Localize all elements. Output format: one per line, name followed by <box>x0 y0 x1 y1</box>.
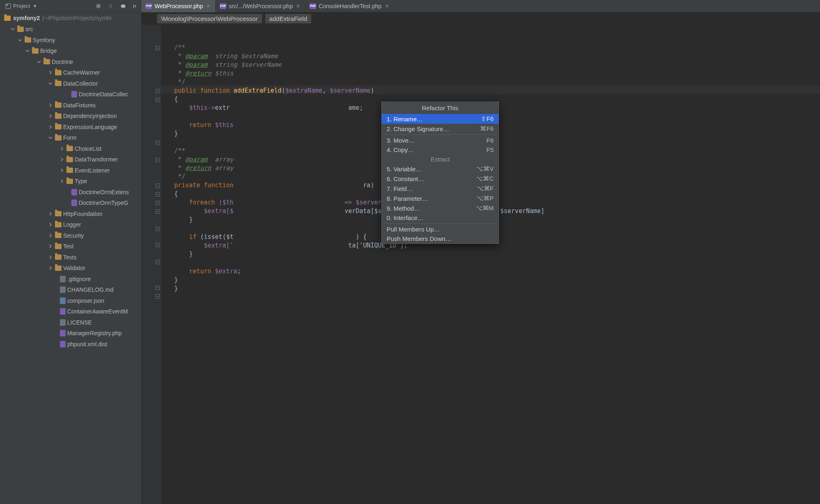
tree-folder[interactable]: Security <box>0 230 141 241</box>
chevron-right-icon[interactable] <box>48 211 53 217</box>
tree-folder[interactable]: Type <box>0 176 141 187</box>
popup-item-label: 8. Parameter… <box>387 195 428 202</box>
tree-folder[interactable]: Symfony <box>0 35 141 46</box>
chevron-right-icon[interactable] <box>48 233 53 238</box>
chevron-right-icon[interactable] <box>59 157 65 162</box>
chevron-right-icon[interactable] <box>48 70 53 75</box>
tab-consolehandlertest[interactable]: PHP ConsoleHandlerTest.php ✕ <box>305 0 394 12</box>
tree-file[interactable]: DoctrineOrmExtens <box>0 187 141 198</box>
locate-icon[interactable] <box>92 2 105 11</box>
chevron-down-icon[interactable] <box>10 26 16 32</box>
chevron-down-icon[interactable] <box>48 81 53 86</box>
popup-item[interactable]: 0. Interface… <box>382 213 499 222</box>
popup-item-label: 7. Field… <box>387 185 413 192</box>
chevron-down-icon[interactable] <box>48 135 53 141</box>
chevron-right-icon[interactable] <box>59 178 65 184</box>
tree-folder[interactable]: DependencyInjection <box>0 111 141 122</box>
code-area[interactable]: /** * @param string $extraName * @param … <box>161 25 820 504</box>
project-sidebar[interactable]: symfony2 (~/PhpstormProjects/symfo srcSy… <box>0 12 141 504</box>
chevron-right-icon[interactable] <box>59 146 65 152</box>
close-icon[interactable]: ✕ <box>295 3 301 9</box>
popup-title: Refactor This <box>382 102 499 114</box>
popup-item[interactable]: 9. Method…⌥⌘M <box>382 203 499 213</box>
tree-folder[interactable]: Logger <box>0 219 141 230</box>
tree-label: .gitignore <box>67 274 91 285</box>
folder-icon <box>55 244 61 249</box>
popup-item[interactable]: 6. Constant…⌥⌘C <box>382 174 499 184</box>
popup-item[interactable]: Pull Members Up… <box>382 225 499 234</box>
project-tool-button[interactable]: Project ▾ <box>2 1 41 11</box>
chevron-right-icon[interactable] <box>48 102 53 108</box>
popup-item-shortcut: ⌥⌘M <box>476 204 494 212</box>
popup-item[interactable]: Push Members Down… <box>382 234 499 243</box>
chevron-down-icon[interactable] <box>36 59 42 65</box>
tree-folder[interactable]: ChoiceList <box>0 143 141 154</box>
tree-folder[interactable]: DataFixtures <box>0 100 141 111</box>
folder-icon <box>25 37 31 43</box>
tree-file[interactable]: DoctrineDataCollec <box>0 89 141 100</box>
tree-file[interactable]: composer.json <box>0 295 141 306</box>
project-root[interactable]: symfony2 (~/PhpstormProjects/symfo <box>0 12 141 24</box>
popup-item[interactable]: 2. Change Signature…⌘F6 <box>382 124 499 134</box>
gutter <box>141 25 161 504</box>
tree-folder[interactable]: src <box>0 24 141 35</box>
tree-file[interactable]: ManagerRegistry.php <box>0 328 141 339</box>
top-toolbar: Project ▾ PHP WebProcessor.php ✕ PHP src… <box>0 0 820 12</box>
tree-label: CacheWarmer <box>63 67 100 78</box>
chevron-right-icon[interactable] <box>48 124 53 130</box>
tree-label: ManagerRegistry.php <box>67 328 122 339</box>
tree-folder[interactable]: CacheWarmer <box>0 67 141 78</box>
popup-item[interactable]: 8. Parameter…⌥⌘P <box>382 193 499 203</box>
tab-src-webprocessor[interactable]: PHP src/.../WebProcessor.php ✕ <box>216 0 305 12</box>
tree-folder[interactable]: ExpressionLanguage <box>0 122 141 133</box>
tree-label: Form <box>63 132 77 143</box>
hide-icon[interactable] <box>129 2 141 11</box>
popup-item[interactable]: 7. Field…⌥⌘F <box>382 184 499 193</box>
popup-item-shortcut: ⌥⌘P <box>476 195 494 202</box>
chevron-right-icon[interactable] <box>48 254 53 260</box>
popup-item-shortcut: ⌥⌘C <box>476 175 494 182</box>
tree-file[interactable]: .gitignore <box>0 274 141 285</box>
gear-icon[interactable] <box>117 2 129 11</box>
tree-folder[interactable]: DataCollector <box>0 78 141 89</box>
breadcrumb-path[interactable]: \Monolog\Processor\WebProcessor <box>157 14 262 23</box>
tree-folder[interactable]: EventListener <box>0 165 141 176</box>
tree-folder[interactable]: Doctrine <box>0 57 141 68</box>
popup-item-shortcut: F5 <box>486 146 494 153</box>
breadcrumb-member[interactable]: addExtraField <box>265 14 312 23</box>
chevron-right-icon[interactable] <box>48 113 53 119</box>
tree-folder[interactable]: Bridge <box>0 45 141 57</box>
tree-label: EventListener <box>75 165 110 176</box>
tree-file[interactable]: ContainerAwareEventM <box>0 306 141 317</box>
tree-label: Validator <box>63 263 85 274</box>
popup-separator <box>382 134 499 135</box>
collapse-all-icon[interactable] <box>105 2 117 11</box>
popup-item-label: 2. Change Signature… <box>387 125 449 132</box>
popup-item[interactable]: 4. Copy…F5 <box>382 145 499 154</box>
chevron-right-icon[interactable] <box>48 265 53 271</box>
chevron-down-icon[interactable] <box>17 37 23 43</box>
close-icon[interactable]: ✕ <box>384 3 390 9</box>
tree-folder[interactable]: Tests <box>0 252 141 263</box>
popup-item-label: 5. Variable… <box>387 166 422 173</box>
editor[interactable]: \Monolog\Processor\WebProcessor addExtra… <box>141 12 820 504</box>
tree-file[interactable]: DoctrineOrmTypeG <box>0 198 141 209</box>
tree-folder[interactable]: Test <box>0 241 141 252</box>
chevron-right-icon[interactable] <box>59 168 65 173</box>
tree-folder[interactable]: Validator <box>0 263 141 274</box>
chevron-right-icon[interactable] <box>48 222 53 227</box>
tree-folder[interactable]: DataTransformer <box>0 154 141 165</box>
tree-file[interactable]: phpunit.xml.dist <box>0 339 141 350</box>
popup-item[interactable]: 1. Rename…⇧F6 <box>382 114 499 124</box>
tree-folder[interactable]: Form <box>0 132 141 143</box>
popup-item[interactable]: 3. Move…F6 <box>382 136 499 145</box>
popup-item-shortcut: ⌘F6 <box>480 125 494 132</box>
tab-webprocessor[interactable]: PHP WebProcessor.php ✕ <box>141 0 216 12</box>
close-icon[interactable]: ✕ <box>205 3 211 9</box>
tree-file[interactable]: CHANGELOG.md <box>0 284 141 295</box>
tree-folder[interactable]: HttpFoundation <box>0 209 141 220</box>
chevron-down-icon[interactable] <box>25 48 30 54</box>
chevron-right-icon[interactable] <box>48 243 53 249</box>
popup-item[interactable]: 5. Variable…⌥⌘V <box>382 164 499 174</box>
tree-file[interactable]: LICENSE <box>0 317 141 328</box>
